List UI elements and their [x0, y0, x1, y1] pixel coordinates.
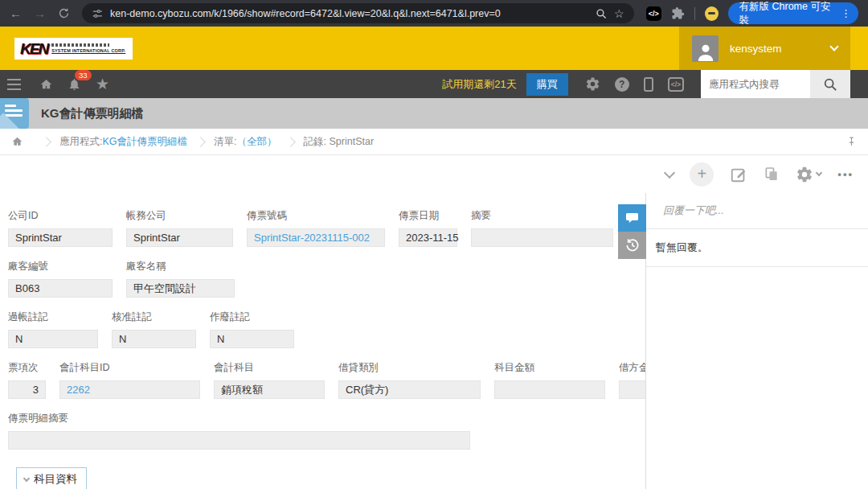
field-account-name: 會計科目 銷項稅額	[214, 361, 325, 399]
reply-input[interactable]: 回覆一下吧...	[646, 193, 868, 229]
field-value-link[interactable]: SprintStar-20231115-002	[247, 228, 385, 247]
record-fields: 公司ID SprintStar 帳務公司 SprintStar 傳票號碼 Spr…	[0, 193, 645, 489]
notification-count-badge: 33	[75, 70, 92, 80]
no-comments-text: 暫無回覆。	[646, 229, 868, 267]
logo-text: KEN	[20, 41, 47, 56]
app-search-input[interactable]	[701, 70, 810, 98]
duplicate-record-button[interactable]	[764, 166, 780, 183]
field-label: 廠客名稱	[126, 260, 235, 273]
buy-button[interactable]: 購買	[526, 73, 568, 96]
browser-back-button[interactable]: ←	[10, 7, 22, 19]
field-value: N	[210, 330, 294, 348]
field-voucher-date: 傳票日期 2023-11-15	[399, 209, 457, 247]
field-void-flag: 作廢註記 N	[210, 310, 294, 348]
field-summary: 摘要	[471, 209, 613, 247]
logo-chinese-line	[51, 43, 109, 47]
extensions-puzzle-icon[interactable]	[671, 6, 685, 20]
menu-hamburger-icon[interactable]	[7, 79, 21, 90]
field-detail-summary: 傳票明細摘要	[8, 412, 470, 450]
app-icon[interactable]	[0, 98, 29, 129]
record-settings-button[interactable]	[796, 166, 821, 183]
collapse-chevron-icon[interactable]	[664, 166, 675, 178]
field-vendor-name: 廠客名稱 甲午空間設計	[126, 260, 235, 298]
devtools-extension-icon[interactable]: </>	[646, 6, 661, 21]
browser-toolbar: ← → ken-demo.cybozu.com/k/1966/show#reco…	[0, 0, 868, 27]
bookmark-star-icon[interactable]: ☆	[614, 7, 624, 20]
breadcrumb-list-prefix: 清單:	[214, 135, 236, 149]
notifications-bell-icon[interactable]: 33	[68, 77, 81, 92]
field-label: 會計科目	[214, 361, 325, 375]
field-value: 銷項稅額	[214, 380, 325, 399]
field-label: 摘要	[471, 209, 613, 223]
field-label: 傳票明細摘要	[8, 412, 470, 425]
url-search-icon[interactable]	[596, 8, 607, 19]
comments-tab[interactable]	[618, 204, 646, 232]
field-value-link[interactable]: 2262	[59, 380, 200, 399]
browser-reload-button[interactable]	[58, 7, 70, 19]
field-label: 傳票號碼	[247, 209, 385, 223]
field-value: CR(貸方)	[338, 380, 481, 399]
field-value: N	[8, 330, 98, 348]
add-record-button[interactable]: +	[690, 162, 714, 187]
site-info-icon[interactable]	[92, 8, 103, 19]
field-label: 作廢註記	[210, 310, 294, 324]
field-debit-credit-type: 借貸類別 CR(貸方)	[338, 361, 481, 399]
group-label: 科目資料	[34, 472, 77, 487]
breadcrumb-app-link[interactable]: KG會計傳票明細檔	[102, 135, 187, 149]
breadcrumb-home-icon[interactable]	[11, 136, 23, 147]
chrome-update-chip[interactable]: 有新版 Chrome 可安裝 ⋮	[728, 2, 858, 24]
address-bar[interactable]: ken-demo.cybozu.com/k/1966/show#record=6…	[82, 3, 634, 23]
favorites-star-icon[interactable]: ★	[96, 76, 109, 92]
kintone-toolbar: 33 ★ 試用期還剩21天 購買 ? </>	[0, 70, 868, 98]
breadcrumb: 應用程式: KG會計傳票明細檔 清單: （全部） 記錄: SprintStar	[0, 129, 868, 155]
help-icon[interactable]: ?	[615, 77, 629, 92]
trial-remaining-text: 試用期還剩21天	[442, 77, 516, 92]
chevron-right-icon	[195, 137, 206, 147]
logo-subtitle: SYSTEM INTERNATIONAL CORP.	[51, 48, 125, 53]
field-label: 借方金額	[619, 361, 645, 375]
app-search-button[interactable]	[810, 70, 850, 98]
chevron-right-icon	[41, 137, 51, 147]
brand-header: KEN SYSTEM INTERNATIONAL CORP. kensystem	[0, 27, 868, 70]
settings-gear-icon[interactable]	[585, 76, 600, 92]
field-line-number: 票項次 3	[8, 361, 46, 399]
field-value: 甲午空間設計	[126, 279, 235, 298]
field-voucher-number: 傳票號碼 SprintStar-20231115-002	[247, 209, 385, 247]
breadcrumb-list-link[interactable]: （全部）	[237, 135, 277, 149]
field-value	[471, 228, 613, 247]
field-label: 過帳註記	[8, 310, 98, 324]
user-menu[interactable]: kensystem	[679, 27, 850, 70]
browser-menu-icon[interactable]: ⋮	[841, 7, 851, 19]
yellow-extension-icon[interactable]	[705, 6, 719, 21]
field-label: 核准註記	[112, 310, 196, 324]
group-toggle-subject-data[interactable]: 科目資料	[16, 467, 87, 489]
field-value	[619, 380, 645, 399]
url-text[interactable]: ken-demo.cybozu.com/k/1966/show#record=6…	[110, 8, 588, 19]
breadcrumb-record-label: 記錄: SprintStar	[304, 135, 375, 149]
developer-code-icon[interactable]: </>	[668, 77, 684, 92]
field-label: 會計科目ID	[59, 361, 200, 375]
user-avatar-icon	[692, 35, 719, 62]
pin-icon[interactable]	[846, 136, 857, 147]
field-label: 傳票日期	[399, 209, 457, 223]
comment-panel: 回覆一下吧... 暫無回覆。	[645, 193, 868, 489]
field-account-company: 帳務公司 SprintStar	[126, 209, 233, 247]
field-label: 公司ID	[8, 209, 113, 223]
company-logo[interactable]: KEN SYSTEM INTERNATIONAL CORP.	[14, 38, 133, 60]
edit-record-button[interactable]	[730, 166, 747, 183]
field-value: N	[112, 330, 196, 348]
field-vendor-number: 廠客編號 B063	[8, 260, 113, 298]
history-tab[interactable]	[618, 232, 646, 259]
mobile-view-icon[interactable]	[644, 77, 653, 92]
browser-forward-button[interactable]: →	[34, 7, 46, 19]
app-title[interactable]: KG會計傳票明細檔	[41, 106, 144, 121]
more-options-button[interactable]: •••	[837, 168, 854, 180]
chevron-down-icon	[23, 475, 30, 481]
field-account-id: 會計科目ID 2262	[59, 361, 200, 399]
field-value	[8, 431, 470, 450]
user-name: kensystem	[730, 43, 782, 55]
field-posted-flag: 過帳註記 N	[8, 310, 98, 348]
home-button[interactable]	[39, 78, 53, 91]
chrome-update-label: 有新版 Chrome 可安裝	[739, 0, 833, 27]
browser-extensions-area: </> 有新版 Chrome 可安裝 ⋮	[646, 2, 858, 24]
